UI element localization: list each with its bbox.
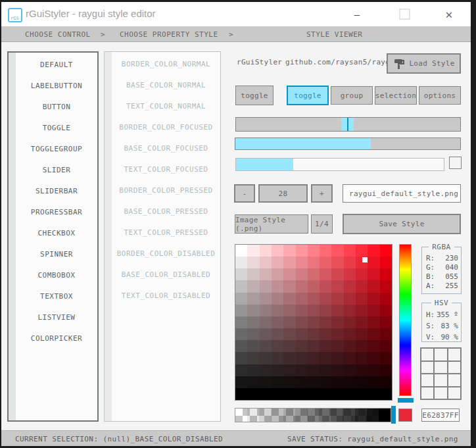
status-bar: CURRENT SELECTION: (null)_BASE_COLOR_DIS… [1, 430, 471, 446]
control-list-item-button[interactable]: BUTTON [16, 96, 97, 117]
saved-color-cell[interactable] [435, 349, 446, 361]
saved-color-cell[interactable] [448, 362, 460, 374]
slider-handle-line [347, 118, 348, 131]
property-list-item-border-color-normal[interactable]: BORDER_COLOR_NORMAL [112, 53, 220, 74]
alpha-bar[interactable] [235, 408, 391, 422]
property-styles-panel: BORDER_COLOR_NORMAL BASE_COLOR_NORMAL TE… [104, 51, 221, 422]
filename-input[interactable]: raygui_default_style.png [343, 184, 461, 203]
control-list-item-togglegroup[interactable]: TOGGLEGROUP [16, 138, 97, 159]
property-list-item-border-color-disabled[interactable]: BORDER_COLOR_DISABLED [112, 243, 220, 264]
control-list-item-spinner[interactable]: SPINNER [16, 243, 97, 264]
toggle-group-item-selection[interactable]: selection [375, 86, 417, 105]
control-list-item-labelbutton[interactable]: LABELBUTTON [16, 75, 97, 96]
toggle-group-item-options[interactable]: options [419, 86, 461, 105]
control-list-item-listview[interactable]: LISTVIEW [16, 307, 97, 328]
control-list-item-textbox[interactable]: TEXTBOX [16, 286, 97, 307]
progressbar-fill [236, 159, 293, 170]
progressbar[interactable] [235, 158, 444, 171]
save-style-button[interactable]: Save Style [343, 214, 461, 234]
a-value: 255 [445, 282, 458, 290]
property-list-item-base-color-disabled[interactable]: BASE_COLOR_DISABLED [112, 264, 220, 285]
saved-color-cell[interactable] [435, 362, 446, 374]
saved-color-cell[interactable] [435, 374, 446, 386]
rgba-groupbox: RGBA R:230 G:040 B:055 A:255 [421, 247, 462, 294]
slider-handle[interactable] [341, 118, 354, 131]
h-label: H: [426, 311, 435, 319]
a-label: A: [426, 282, 435, 290]
close-icon: ✕ [446, 7, 453, 21]
control-list-item-slider[interactable]: SLIDER [16, 159, 97, 180]
hsv-title: HSV [431, 299, 452, 307]
controls-list-scrollbar[interactable] [9, 53, 16, 420]
window-title: rGuiStyler - raygui style editor [26, 8, 156, 19]
v-label: V: [426, 333, 435, 341]
control-list-item-sliderbar[interactable]: SLIDERBAR [16, 180, 97, 201]
sliderbar[interactable] [235, 137, 461, 150]
app-window: rGS rGuiStyler - raygui style editor — ✕… [0, 0, 476, 448]
toggle-group-item-toggle[interactable]: toggle [287, 86, 329, 105]
toggle-button[interactable]: toggle [235, 86, 274, 105]
control-list-item-toggle[interactable]: TOGGLE [16, 117, 97, 138]
minimize-button[interactable]: — [346, 2, 368, 26]
property-list-item-text-color-disabled[interactable]: TEXT_COLOR_DISABLED [112, 285, 220, 306]
rgba-row-g: G:040 [426, 262, 458, 272]
saved-color-cell[interactable] [421, 362, 433, 374]
control-list-item-colorpicker[interactable]: COLORPICKER [16, 328, 97, 349]
load-style-button[interactable]: Load Style [387, 53, 461, 74]
close-button[interactable]: ✕ [438, 2, 460, 26]
controls-list: DEFAULT LABELBUTTON BUTTON TOGGLE TOGGLE… [16, 54, 97, 349]
s-value: 83 % [441, 322, 459, 330]
saved-color-cell[interactable] [421, 387, 433, 399]
spinner-plus-button[interactable]: + [311, 184, 333, 203]
saved-color-cell[interactable] [448, 374, 460, 386]
g-value: 040 [445, 263, 458, 272]
paint-roller-icon [393, 58, 404, 70]
property-list-item-text-color-pressed[interactable]: TEXT_COLOR_PRESSED [112, 222, 220, 243]
sliderbar-fill [235, 138, 371, 149]
hsv-row-h: H:355 º [426, 309, 458, 320]
alpha-bar-handle[interactable] [391, 406, 396, 424]
control-list-item-progressbar[interactable]: PROGRESSBAR [16, 201, 97, 222]
property-list-item-border-color-focused[interactable]: BORDER_COLOR_FOCUSED [112, 116, 220, 137]
save-status: SAVE STATUS: raygui_default_style.png [287, 435, 458, 443]
saved-color-cell[interactable] [421, 374, 433, 386]
slider[interactable] [235, 117, 461, 132]
hex-color-input[interactable]: E62837FF [421, 409, 460, 422]
color-saturation-value-panel[interactable] [235, 244, 393, 401]
saved-color-cell[interactable] [421, 349, 433, 361]
saved-color-cell[interactable] [448, 349, 460, 361]
property-list-item-border-color-pressed[interactable]: BORDER_COLOR_PRESSED [112, 180, 220, 201]
toggle-group-item-group[interactable]: group [331, 86, 373, 105]
maximize-button[interactable] [393, 2, 416, 26]
r-value: 230 [445, 254, 458, 262]
hue-bar-handle[interactable] [398, 398, 414, 403]
property-styles-list: BORDER_COLOR_NORMAL BASE_COLOR_NORMAL TE… [112, 53, 220, 306]
control-list-item-checkbox[interactable]: CHECKBOX [16, 222, 97, 243]
property-list-item-base-color-normal[interactable]: BASE_COLOR_NORMAL [112, 74, 220, 95]
spinner-value[interactable]: 28 [258, 184, 308, 203]
property-list-item-text-color-focused[interactable]: TEXT_COLOR_FOCUSED [112, 159, 220, 180]
color-picker-cursor[interactable] [362, 257, 368, 262]
control-list-item-default[interactable]: DEFAULT [16, 54, 97, 75]
rgba-row-a: A:255 [426, 281, 458, 290]
saved-color-cell[interactable] [435, 387, 446, 399]
control-list-item-combobox[interactable]: COMBOBOX [16, 264, 97, 286]
hsv-row-s: S:83 % [426, 320, 458, 332]
spinner-minus-button[interactable]: - [234, 184, 255, 203]
hue-bar[interactable] [399, 244, 412, 396]
app-logo-icon: rGS [8, 8, 22, 22]
s-label: S: [426, 322, 435, 330]
image-style-button[interactable]: Image Style (.png) [235, 214, 308, 234]
property-list-item-base-color-focused[interactable]: BASE_COLOR_FOCUSED [112, 137, 220, 159]
rgba-row-b: B:055 [426, 272, 458, 281]
hsv-row-v: V:90 % [426, 332, 458, 343]
current-selection-status: CURRENT SELECTION: (null)_BASE_COLOR_DIS… [15, 435, 223, 443]
property-list-item-base-color-pressed[interactable]: BASE_COLOR_PRESSED [112, 201, 220, 222]
saved-color-cell[interactable] [448, 387, 460, 399]
property-list-scrollbar[interactable] [105, 52, 112, 421]
ratio-button[interactable]: 1/4 [311, 214, 333, 234]
checkbox[interactable] [449, 157, 462, 169]
section-label-choose-property-style: CHOOSE PROPERTY STYLE [120, 30, 218, 39]
load-style-label: Load Style [409, 59, 454, 68]
property-list-item-text-color-normal[interactable]: TEXT_COLOR_NORMAL [112, 95, 220, 116]
